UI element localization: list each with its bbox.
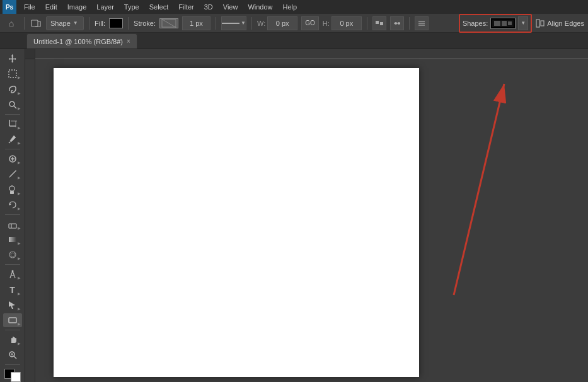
main-area: ▶ ▶ ▶ ▶ bbox=[0, 49, 588, 382]
align-edges-icon bbox=[536, 19, 545, 28]
tool-eyedropper[interactable]: ▶ bbox=[3, 132, 22, 146]
svg-rect-35 bbox=[9, 237, 16, 242]
hand-icon bbox=[8, 335, 18, 345]
tab-close-button[interactable]: × bbox=[127, 38, 130, 45]
toolbar: ▶ ▶ ▶ ▶ bbox=[0, 49, 25, 382]
fill-color-swatch[interactable] bbox=[109, 18, 123, 28]
tool-zoom[interactable] bbox=[3, 348, 22, 362]
separator6 bbox=[367, 17, 367, 30]
zoom-icon bbox=[8, 350, 18, 360]
align-edges-button[interactable]: Align Edges bbox=[536, 19, 584, 28]
align-edges-label: Align Edges bbox=[547, 20, 584, 27]
svg-line-2 bbox=[161, 19, 176, 28]
stroke-color-swatch[interactable] bbox=[159, 18, 178, 28]
tool-separator2 bbox=[5, 149, 20, 149]
canvas-area: var svgNS="http://www.w3.org/2000/svg"; bbox=[25, 49, 588, 382]
blur-icon bbox=[8, 250, 18, 260]
document-tab[interactable]: Untitled-1 @ 100% (RGB/8#) × bbox=[26, 33, 137, 49]
svg-point-6 bbox=[395, 22, 397, 25]
tab-title: Untitled-1 @ 100% (RGB/8#) bbox=[33, 38, 123, 45]
go-button[interactable]: GO bbox=[301, 16, 319, 30]
tool-separator6 bbox=[5, 364, 20, 365]
tool-blur[interactable]: ▶ bbox=[3, 248, 22, 262]
marquee-icon bbox=[8, 69, 18, 79]
tool-lasso[interactable]: ▶ bbox=[3, 82, 22, 96]
tool-type[interactable]: T ▶ bbox=[3, 282, 22, 296]
svg-line-46 bbox=[454, 84, 504, 295]
tool-path-select[interactable]: ▶ bbox=[3, 298, 22, 312]
eyedropper-icon bbox=[8, 134, 18, 144]
tool-pen[interactable]: ▶ bbox=[3, 267, 22, 281]
canvas-document bbox=[54, 68, 419, 377]
svg-point-29 bbox=[9, 186, 14, 191]
svg-line-41 bbox=[14, 356, 16, 359]
menu-edit[interactable]: Edit bbox=[40, 0, 62, 14]
background-color[interactable] bbox=[11, 372, 21, 382]
svg-rect-14 bbox=[508, 21, 512, 25]
menu-file[interactable]: File bbox=[19, 0, 40, 14]
options-bar: ⌂ Shape ▼ Fill: Stroke: ▼ W: GO H: bbox=[0, 14, 588, 33]
home-button[interactable]: ⌂ bbox=[4, 16, 19, 31]
svg-point-37 bbox=[11, 253, 14, 257]
svg-point-7 bbox=[398, 22, 400, 25]
tool-quick-select[interactable]: ▶ bbox=[3, 98, 22, 112]
tool-gradient[interactable]: ▶ bbox=[3, 233, 22, 246]
app-logo: Ps bbox=[3, 0, 16, 14]
tool-hand[interactable]: ▶ bbox=[3, 333, 22, 347]
history-brush-icon bbox=[8, 200, 18, 210]
tool-brush[interactable]: ▶ bbox=[3, 167, 22, 181]
stroke-type-dropdown[interactable]: ▼ bbox=[221, 16, 246, 30]
svg-rect-31 bbox=[10, 191, 14, 194]
tool-spot-healing[interactable]: ▶ bbox=[3, 152, 22, 166]
svg-rect-39 bbox=[9, 318, 16, 323]
tool-preset-picker[interactable] bbox=[30, 17, 42, 30]
menu-view[interactable]: View bbox=[218, 0, 243, 14]
tool-clone-stamp[interactable]: ▶ bbox=[3, 182, 22, 196]
tool-separator4 bbox=[5, 264, 20, 265]
tool-marquee[interactable]: ▶ bbox=[3, 67, 22, 81]
menu-select[interactable]: Select bbox=[144, 0, 174, 14]
shape-mode-dropdown[interactable]: Shape ▼ bbox=[46, 16, 84, 30]
tab-bar: Untitled-1 @ 100% (RGB/8#) × bbox=[0, 33, 588, 49]
stroke-size-input[interactable] bbox=[182, 16, 210, 30]
tool-shape[interactable]: ▶ bbox=[3, 313, 22, 327]
separator4 bbox=[216, 17, 216, 30]
menu-image[interactable]: Image bbox=[62, 0, 92, 14]
align-paths-button[interactable] bbox=[372, 16, 386, 30]
menu-type[interactable]: Type bbox=[119, 0, 144, 14]
ruler-top: var svgNS="http://www.w3.org/2000/svg"; bbox=[25, 49, 588, 59]
tool-history-brush[interactable]: ▶ bbox=[3, 198, 22, 212]
ruler-left bbox=[25, 59, 35, 382]
tool-crop[interactable]: ▶ bbox=[3, 117, 22, 131]
menu-filter[interactable]: Filter bbox=[173, 0, 199, 14]
distribute-paths-button[interactable] bbox=[390, 16, 404, 30]
shapes-dropdown-button[interactable]: ▼ bbox=[518, 16, 528, 30]
tool-move[interactable] bbox=[3, 52, 22, 66]
svg-rect-18 bbox=[9, 70, 16, 78]
path-select-icon bbox=[8, 300, 18, 310]
menu-help[interactable]: Help bbox=[278, 0, 303, 14]
foreground-background-colors[interactable] bbox=[4, 369, 21, 382]
brush-icon bbox=[8, 169, 18, 179]
ruler-corner bbox=[25, 49, 35, 59]
menu-window[interactable]: Window bbox=[243, 0, 277, 14]
pen-icon bbox=[8, 269, 18, 279]
ruler-top-marks: var svgNS="http://www.w3.org/2000/svg"; bbox=[35, 49, 588, 59]
quick-select-icon bbox=[8, 100, 18, 110]
menu-layer[interactable]: Layer bbox=[91, 0, 119, 14]
svg-rect-4 bbox=[380, 22, 383, 25]
width-input[interactable] bbox=[267, 16, 297, 30]
svg-line-25 bbox=[9, 142, 10, 143]
arrange-layers-button[interactable] bbox=[415, 16, 429, 30]
w-label: W: bbox=[257, 20, 265, 27]
shapes-preview[interactable] bbox=[490, 18, 516, 29]
tool-eraser[interactable]: ▶ bbox=[3, 217, 22, 231]
svg-rect-33 bbox=[9, 224, 16, 228]
shapes-dropdown-container: Shapes: ▼ bbox=[459, 14, 532, 33]
height-input[interactable] bbox=[331, 16, 362, 30]
svg-marker-17 bbox=[8, 54, 16, 63]
separator5 bbox=[251, 17, 252, 30]
clone-stamp-icon bbox=[8, 185, 18, 195]
svg-rect-0 bbox=[32, 20, 38, 26]
menu-3d[interactable]: 3D bbox=[199, 0, 218, 14]
